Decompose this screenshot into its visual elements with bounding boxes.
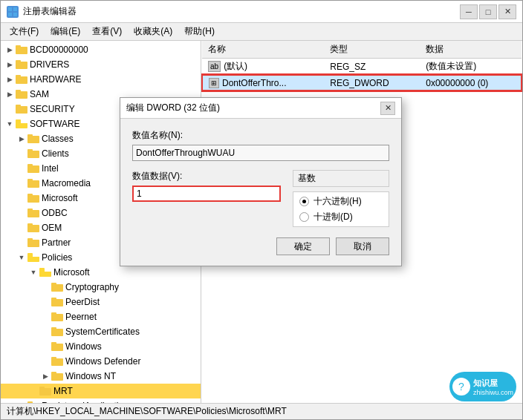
tree-label-policies-microsoft: Microsoft — [53, 267, 90, 278]
table-row[interactable]: ⊞ DontOfferThro... REG_DWORD 0x00000000 … — [202, 75, 522, 91]
watermark-line2: zhishiwu.com — [473, 389, 513, 396]
svg-rect-2 — [8, 13, 12, 16]
tree-label-peernet: Peernet — [65, 312, 97, 322]
menu-edit[interactable]: 编辑(E) — [45, 24, 86, 39]
tree-label-security: SECURITY — [30, 104, 75, 114]
main-window: 注册表编辑器 ─ □ ✕ 文件(F) 编辑(E) 查看(V) 收藏夹(A) 帮助… — [0, 0, 523, 420]
expander-policies[interactable]: ▼ — [16, 252, 27, 263]
tree-label-classes: Classes — [42, 134, 74, 144]
radio-hex-dot — [299, 197, 309, 206]
expander-drivers[interactable]: ▶ — [4, 59, 16, 70]
value-row: 数值数据(V): 基数 十六进制(H) 十进制(D) — [132, 170, 389, 227]
tree-label-mrt: MRT — [53, 386, 73, 396]
cancel-button[interactable]: 取消 — [336, 237, 389, 255]
reg-name-dontofferthrough: ⊞ DontOfferThro... — [202, 75, 324, 91]
minimize-button[interactable]: ─ — [460, 4, 478, 19]
table-row[interactable]: ab (默认) REG_SZ (数值未设置) — [202, 59, 522, 76]
radio-hex[interactable]: 十六进制(H) — [299, 195, 383, 208]
tree-item-bcd[interactable]: ▶ BCD00000000 — [1, 42, 201, 57]
folder-icon-policies — [27, 252, 39, 263]
folder-icon-hardware — [16, 74, 27, 85]
base-title: 基数 — [293, 170, 389, 187]
tree-item-hardware[interactable]: ▶ HARDWARE — [1, 72, 201, 87]
close-button[interactable]: ✕ — [498, 4, 516, 19]
menu-view[interactable]: 查看(V) — [86, 24, 128, 39]
watermark: ? 知识屋 zhishiwu.com — [449, 372, 516, 401]
radio-group: 十六进制(H) 十进制(D) — [293, 191, 389, 227]
tree-item-cryptography[interactable]: ▶ Cryptography — [1, 280, 201, 295]
app-icon — [7, 6, 19, 18]
watermark-text: 知识屋 zhishiwu.com — [473, 378, 513, 396]
tree-item-peerdist[interactable]: ▶ PeerDist — [1, 295, 201, 309]
radio-hex-label: 十六进制(H) — [314, 195, 362, 208]
reg-data-dontofferthrough: 0x00000000 (0) — [420, 75, 522, 91]
data-input[interactable] — [132, 186, 281, 202]
tree-item-windows-nt[interactable]: ▶ Windows NT — [1, 369, 201, 384]
tree-label-windows-nt: Windows NT — [65, 371, 116, 381]
menu-favorites[interactable]: 收藏夹(A) — [128, 24, 178, 39]
folder-icon-systemcerts — [51, 327, 63, 337]
watermark-line1: 知识屋 — [473, 378, 498, 389]
radio-dec[interactable]: 十进制(D) — [299, 211, 383, 223]
tree-label-windows-defender: Windows Defender — [65, 356, 140, 367]
folder-icon-windows-nt — [51, 371, 63, 381]
folder-icon-partner — [27, 237, 39, 248]
tree-label-odbc: ODBC — [42, 208, 68, 218]
dword-icon: ⊞ — [209, 78, 219, 88]
tree-label-intel: Intel — [42, 163, 59, 174]
folder-icon-drivers — [16, 59, 27, 70]
watermark-icon: ? — [452, 378, 470, 396]
ok-button[interactable]: 确定 — [276, 237, 330, 255]
menu-file[interactable]: 文件(F) — [4, 24, 45, 39]
name-label: 数值名称(N): — [132, 129, 389, 142]
window-title: 注册表编辑器 — [23, 5, 460, 18]
expander-sam[interactable]: ▶ — [4, 88, 16, 100]
tree-item-windows-defender[interactable]: ▶ Windows Defender — [1, 354, 201, 369]
name-input[interactable] — [132, 145, 389, 161]
tree-label-peerdist: PeerDist — [65, 297, 100, 307]
tree-item-peernet[interactable]: ▶ Peernet — [1, 309, 201, 324]
folder-icon-odbc — [27, 208, 39, 218]
folder-icon-intel — [27, 163, 39, 174]
expander-classes[interactable]: ▶ — [16, 133, 27, 145]
radio-dec-dot — [299, 212, 309, 222]
expander-bcd[interactable]: ▶ — [4, 44, 16, 56]
reg-data-default: (数值未设置) — [420, 59, 522, 76]
svg-rect-1 — [13, 7, 17, 11]
expander-hardware[interactable]: ▶ — [4, 73, 16, 85]
tree-item-registered-apps[interactable]: ▶ RegisteredApplications — [1, 398, 201, 403]
expander-software[interactable]: ▼ — [4, 118, 16, 130]
tree-item-windows[interactable]: ▶ Windows — [1, 339, 201, 354]
folder-icon-software — [16, 119, 27, 129]
tree-item-drivers[interactable]: ▶ DRIVERS — [1, 57, 201, 72]
menu-help[interactable]: 帮助(H) — [178, 24, 221, 39]
reg-name-default: ab (默认) — [202, 59, 324, 76]
edit-dword-dialog: 编辑 DWORD (32 位值) ✕ 数值名称(N): 数值数据(V): 基数 — [120, 97, 402, 266]
svg-rect-0 — [8, 7, 12, 11]
expander-windows-nt[interactable]: ▶ — [39, 370, 51, 382]
tree-label-software: SOFTWARE — [30, 119, 80, 129]
radio-dec-label: 十进制(D) — [314, 211, 353, 223]
dialog-close-button[interactable]: ✕ — [380, 102, 395, 115]
expander-policies-microsoft[interactable]: ▼ — [27, 266, 39, 278]
tree-label-partner: Partner — [42, 237, 71, 248]
dialog-buttons: 确定 取消 — [132, 237, 389, 255]
reg-type-default: REG_SZ — [324, 59, 420, 76]
folder-icon-clients — [27, 148, 39, 159]
tree-label-systemcerts: SystemCertificates — [65, 327, 140, 337]
folder-icon-windows-defender — [51, 356, 63, 367]
title-bar: 注册表编辑器 ─ □ ✕ — [1, 1, 522, 23]
tree-item-systemcerts[interactable]: ▶ SystemCertificates — [1, 324, 201, 339]
base-section: 基数 十六进制(H) 十进制(D) — [293, 170, 389, 227]
tree-item-policies-microsoft[interactable]: ▼ Microsoft — [1, 265, 201, 280]
maximize-button[interactable]: □ — [479, 4, 497, 19]
tree-label-macromedia: Macromedia — [42, 178, 91, 188]
tree-label-microsoft-soft: Microsoft — [42, 193, 78, 203]
col-header-data: 数据 — [420, 41, 522, 59]
tree-item-mrt[interactable]: ▶ MRT — [1, 384, 201, 398]
folder-icon-cryptography — [51, 282, 63, 292]
folder-icon-policies-microsoft — [39, 267, 51, 278]
tree-label-bcd: BCD00000000 — [30, 45, 88, 55]
folder-icon-macromedia — [27, 178, 39, 188]
tree-label-cryptography: Cryptography — [65, 282, 119, 292]
